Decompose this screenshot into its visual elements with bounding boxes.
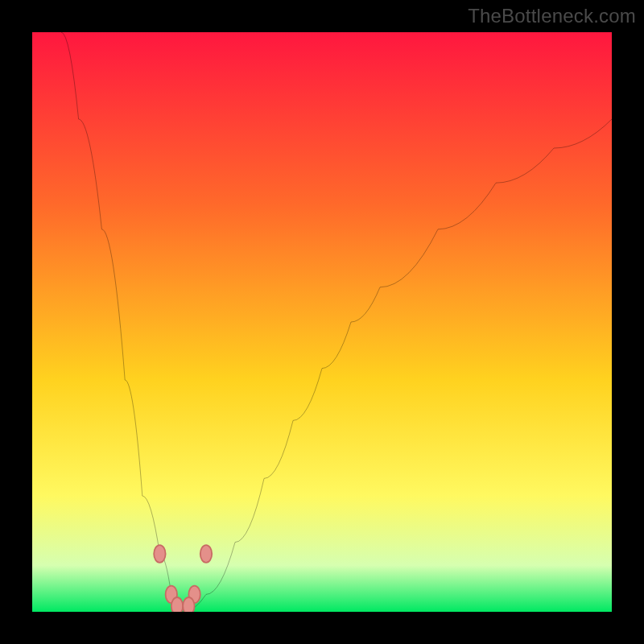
curve-marker <box>183 597 194 612</box>
gradient-background <box>32 32 612 612</box>
watermark-text: TheBottleneck.com <box>468 5 636 27</box>
chart-frame: TheBottleneck.com <box>0 0 644 644</box>
curve-marker <box>154 545 165 563</box>
curve-marker <box>171 597 183 612</box>
curve-marker <box>200 545 212 563</box>
bottleneck-chart <box>32 32 612 612</box>
